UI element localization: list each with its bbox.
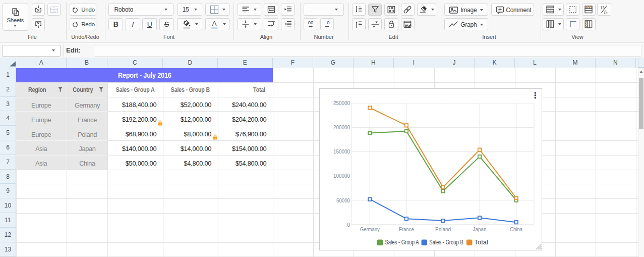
svg-text:Sales - Group B: Sales - Group B <box>429 239 463 246</box>
svg-text:0: 0 <box>347 222 350 228</box>
svg-text:50000: 50000 <box>336 197 350 203</box>
svg-text:Japan: Japan <box>473 226 487 232</box>
svg-text:200000: 200000 <box>333 124 350 130</box>
svg-text:Poland: Poland <box>435 226 451 232</box>
svg-text:.0: .0 <box>325 20 329 25</box>
svg-text:100000: 100000 <box>333 173 350 179</box>
svg-text:x: x <box>606 11 608 14</box>
svg-text:China: China <box>510 226 523 232</box>
svg-text:.00: .00 <box>307 20 313 25</box>
svg-text:Germany: Germany <box>360 226 380 232</box>
svg-text:Sales - Group A: Sales - Group A <box>385 239 419 246</box>
svg-text:A: A <box>212 20 216 27</box>
svg-text:Total: Total <box>475 239 488 246</box>
svg-text:150000: 150000 <box>333 148 350 155</box>
svg-text:250000: 250000 <box>333 100 350 106</box>
svg-text:France: France <box>399 226 414 232</box>
